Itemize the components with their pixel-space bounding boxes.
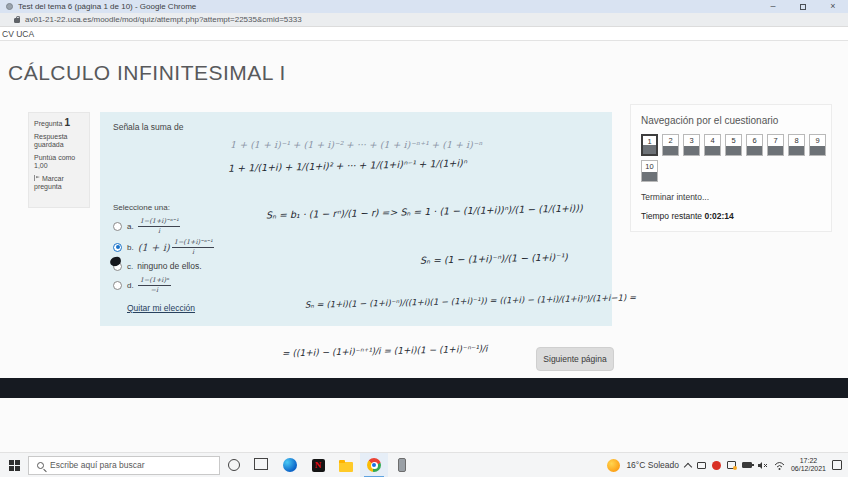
radio-button[interactable] [113, 243, 122, 252]
weather-sun-icon[interactable] [607, 459, 620, 472]
question-number: Pregunta 1 [34, 119, 84, 128]
quiz-nav-title: Navegación por el cuestionario [641, 115, 821, 126]
recording-tray-icon[interactable] [712, 461, 721, 470]
weather-text[interactable]: 16°C Soleado [626, 460, 679, 470]
radio-button[interactable] [113, 281, 122, 290]
search-input[interactable] [50, 460, 200, 470]
lock-icon [14, 18, 20, 23]
select-one-label: Seleccione una: [113, 203, 599, 212]
tab-favicon-icon [6, 3, 13, 10]
phone-app-button[interactable] [388, 453, 416, 477]
maximize-icon [800, 4, 806, 10]
quiz-nav-button-9[interactable]: 9 [809, 134, 826, 156]
close-button[interactable]: × [818, 0, 848, 13]
flag-question-link[interactable]: Marcar pregunta [34, 175, 84, 191]
question-info-panel: Pregunta 1 Respuesta guardada Puntúa com… [28, 112, 90, 208]
site-nav-link[interactable]: CV UCA [2, 29, 34, 39]
cortana-button[interactable] [220, 453, 248, 477]
time-remaining: Tiempo restante 0:02:14 [641, 211, 821, 221]
browser-window: Test del tema 6 (página 1 de 10) - Googl… [0, 0, 848, 477]
minimize-button[interactable]: – [758, 0, 788, 13]
task-view-icon [256, 460, 268, 470]
radio-button[interactable] [113, 222, 122, 231]
quiz-nav-button-1[interactable]: 1 [641, 134, 658, 156]
radio-button[interactable] [113, 262, 122, 271]
action-center-icon[interactable] [832, 460, 842, 470]
quiz-nav-button-3[interactable]: 3 [683, 134, 700, 156]
maximize-button[interactable] [788, 0, 818, 13]
netflix-button[interactable]: N [304, 453, 332, 477]
start-button[interactable] [0, 453, 28, 477]
quiz-nav-grid: 1 2 3 4 5 6 7 8 9 10 [641, 134, 831, 182]
photos-tray-icon[interactable] [727, 461, 736, 469]
answer-option-d[interactable]: d. 1−(1+i)ⁿ−i [113, 276, 599, 294]
titlebar: Test del tema 6 (página 1 de 10) - Googl… [0, 0, 848, 13]
site-navbar: CV UCA [0, 27, 848, 41]
file-explorer-button[interactable] [332, 453, 360, 477]
chrome-icon [367, 458, 381, 472]
quiz-nav-button-7[interactable]: 7 [767, 134, 784, 156]
option-formula: 1−(1+i)⁻ⁿ⁻¹i [172, 239, 215, 255]
cortana-icon [228, 459, 240, 471]
quiz-nav-button-6[interactable]: 6 [746, 134, 763, 156]
quiz-nav-button-4[interactable]: 4 [704, 134, 721, 156]
chrome-button[interactable] [360, 453, 388, 477]
page-title: CÁLCULO INFINITESIMAL I [8, 61, 286, 85]
volume-muted-icon[interactable] [758, 461, 768, 470]
chevron-up-icon[interactable] [684, 462, 692, 470]
clear-choice-link[interactable]: Quitar mi elección [127, 303, 195, 313]
url-text[interactable]: av01-21-22.uca.es/moodle/mod/quiz/attemp… [25, 15, 302, 24]
quiz-nav-button-2[interactable]: 2 [662, 134, 679, 156]
quiz-navigation-panel: Navegación por el cuestionario 1 2 3 4 5… [630, 104, 832, 232]
answer-status: Respuesta guardada [34, 133, 84, 149]
display-tray-icon[interactable] [697, 462, 706, 469]
quiz-nav-button-10[interactable]: 10 [641, 160, 658, 182]
handwriting-line-5: = ((1+i) − (1+i)⁻ⁿ⁺¹)/i = (1+i)(1 − (1+i… [282, 344, 488, 359]
option-formula: 1−(1+i)ⁿ−i [138, 277, 171, 293]
next-page-button[interactable]: Siguiente página [536, 347, 614, 371]
question-prompt: Señala la suma de [113, 122, 599, 132]
question-content-box: Señala la suma de 1 + (1 + i)⁻¹ + (1 + i… [100, 112, 612, 326]
taskbar-search[interactable] [28, 456, 220, 475]
page-content: CÁLCULO INFINITESIMAL I Pregunta 1 Respu… [0, 41, 848, 452]
quiz-nav-button-5[interactable]: 5 [725, 134, 742, 156]
answer-option-b[interactable]: b. (1 + i) 1−(1+i)⁻ⁿ⁻¹i [113, 238, 599, 256]
task-view-button[interactable] [248, 453, 276, 477]
netflix-icon: N [312, 459, 325, 472]
address-bar[interactable]: av01-21-22.uca.es/moodle/mod/quiz/attemp… [0, 13, 848, 27]
window-title: Test del tema 6 (página 1 de 10) - Googl… [18, 2, 196, 11]
answer-option-a[interactable]: a. 1−(1+i)⁻ⁿ⁻¹i [113, 217, 599, 235]
windows-taskbar: N 16°C Soleado 17:2206/12/2021 [0, 452, 848, 477]
search-icon [37, 462, 44, 469]
finish-attempt-link[interactable]: Terminar intento... [641, 192, 821, 202]
flag-icon [34, 175, 35, 181]
moodle-footer-bar [0, 378, 848, 398]
folder-icon [339, 462, 353, 472]
windows-logo-icon [9, 460, 20, 471]
edge-button[interactable] [276, 453, 304, 477]
option-formula: 1−(1+i)⁻ⁿ⁻¹i [138, 218, 181, 234]
network-icon[interactable] [774, 461, 785, 470]
edge-icon [283, 458, 297, 472]
quiz-nav-button-8[interactable]: 8 [788, 134, 805, 156]
grade-info: Puntúa como1,00 [34, 154, 84, 170]
question-formula: 1 + (1 + i)⁻¹ + (1 + i)⁻² + ··· + (1 + i… [113, 139, 599, 150]
phone-icon [398, 458, 406, 472]
answer-option-c[interactable]: c. ninguno de ellos. [113, 259, 599, 273]
battery-icon[interactable] [742, 462, 752, 468]
clock[interactable]: 17:2206/12/2021 [791, 457, 826, 473]
